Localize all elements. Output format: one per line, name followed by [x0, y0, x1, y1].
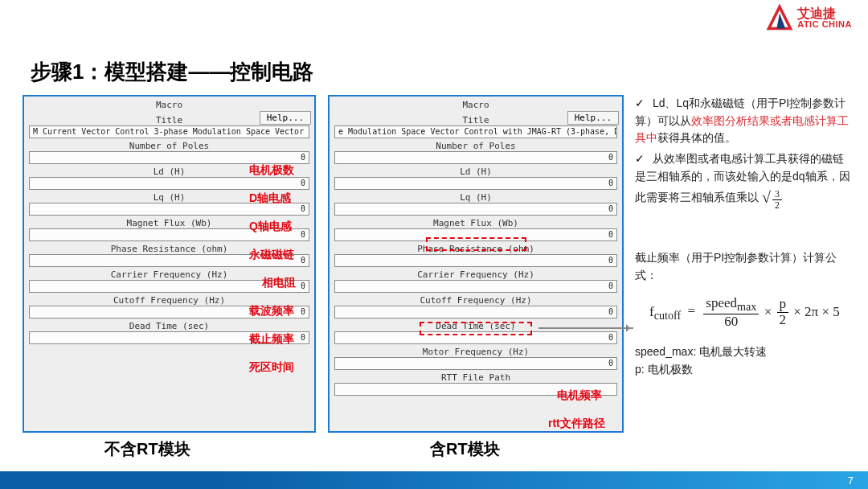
logo-text-en: ATIC CHINA [797, 20, 852, 29]
poles-input[interactable]: 0 [29, 151, 309, 164]
cutoff-formula: fcutoff = speedmax60 × p2 × 2π × 5 [649, 296, 852, 330]
help-button[interactable]: Help... [260, 111, 311, 125]
label-rtt: RTT File Path [334, 372, 617, 383]
help-button[interactable]: Help... [567, 111, 619, 125]
annotation-rtt: rtt文件路径 [548, 417, 605, 431]
label-cutoff: Cutoff Frequency (Hz) [334, 295, 617, 306]
label-ld: Ld (H) [334, 166, 617, 177]
macro-panel-rt: Macro Help... Title e Modulation Space V… [328, 95, 624, 433]
note-bullet-2: 从效率图或者电感计算工具获得的磁链是三相轴系的，而该处输入的是dq轴系，因此需要… [635, 150, 852, 211]
dead-input[interactable]: 0 [334, 331, 617, 344]
arrow-icon [538, 327, 633, 329]
annotation-dead: 死区时间 [249, 360, 294, 375]
logo-icon [765, 3, 794, 32]
note-speedmax: speed_max: 电机最大转速 [635, 343, 852, 361]
motorf-input[interactable]: 0 [334, 357, 617, 370]
note-bullet-1: Ld、Lq和永磁磁链（用于PI控制参数计算）可以从效率图分析结果或者电感计算工具… [635, 95, 852, 147]
label-carrier: Carrier Frequency (Hz) [334, 269, 617, 280]
label-res: Phase Resistance (ohm) [334, 244, 617, 254]
title-input[interactable]: e Modulation Space Vector Control with J… [334, 125, 617, 138]
ld-input[interactable]: 0 [334, 177, 617, 190]
note-p: p: 电机极数 [635, 361, 852, 379]
logo-text-cn: 艾迪捷 [797, 7, 852, 20]
notes-block: Ld、Lq和永磁磁链（用于PI控制参数计算）可以从效率图分析结果或者电感计算工具… [635, 95, 852, 379]
annotation-flux: 永磁磁链 [249, 248, 294, 262]
annotation-ld: D轴电感 [249, 191, 291, 206]
label-flux: Magnet Flux (Wb) [334, 218, 617, 228]
lq-input[interactable]: 0 [334, 203, 617, 216]
cutoff-input[interactable]: 0 [334, 306, 617, 318]
caption-rt: 含RT模块 [430, 438, 500, 460]
annotation-cutoff: 截止频率 [249, 332, 294, 347]
label-lq: Lq (H) [334, 192, 617, 203]
ld-input[interactable]: 0 [29, 177, 309, 190]
annotation-carrier: 载波频率 [249, 304, 294, 318]
macro-panel-nort: Macro Help... Title M Current Vector Con… [23, 95, 316, 433]
label-poles: Number of Poles [334, 141, 617, 151]
poles-input[interactable]: 0 [334, 151, 617, 164]
flux-input[interactable]: 0 [334, 228, 617, 241]
carrier-input[interactable]: 0 [334, 280, 617, 293]
label-motorf: Motor Frequency (Hz) [334, 347, 617, 357]
annotation-poles: 电机极数 [249, 163, 294, 178]
caption-no-rt: 不含RT模块 [104, 438, 190, 460]
annotation-motorf: 电机频率 [557, 388, 602, 403]
res-input[interactable]: 0 [334, 254, 617, 267]
sqrt-icon: √32 [762, 185, 784, 211]
label-dead: Dead Time (sec) [29, 321, 309, 331]
annotation-lq: Q轴电感 [249, 220, 292, 234]
brand-logo: 艾迪捷 ATIC CHINA [765, 3, 852, 32]
page-number: 7 [848, 475, 854, 487]
annotation-res: 相电阻 [262, 276, 296, 290]
label-dead: Dead Time (sec) [334, 321, 617, 331]
label-poles: Number of Poles [29, 141, 309, 151]
slide-title: 步骤1：模型搭建——控制电路 [31, 58, 313, 86]
title-input[interactable]: M Current Vector Control 3-phase Modulat… [29, 125, 309, 138]
footer-bar [0, 471, 868, 489]
note-heading: 截止频率（用于PI控制参数计算）计算公式： [635, 249, 852, 284]
